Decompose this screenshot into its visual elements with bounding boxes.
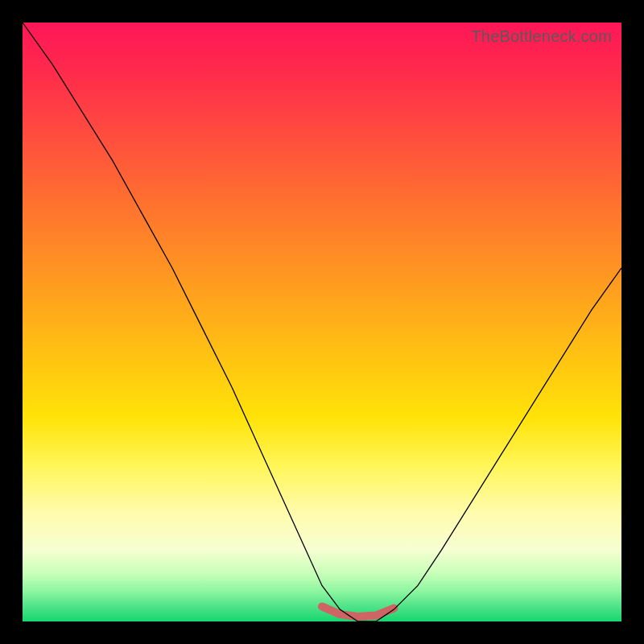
plot-area: TheBottleneck.com [23, 23, 621, 621]
bottom-marker-band [322, 606, 394, 617]
watermark-text: TheBottleneck.com [471, 27, 612, 46]
bottleneck-curve [23, 23, 621, 621]
chart-svg [23, 23, 621, 621]
chart-frame: TheBottleneck.com [0, 0, 644, 644]
